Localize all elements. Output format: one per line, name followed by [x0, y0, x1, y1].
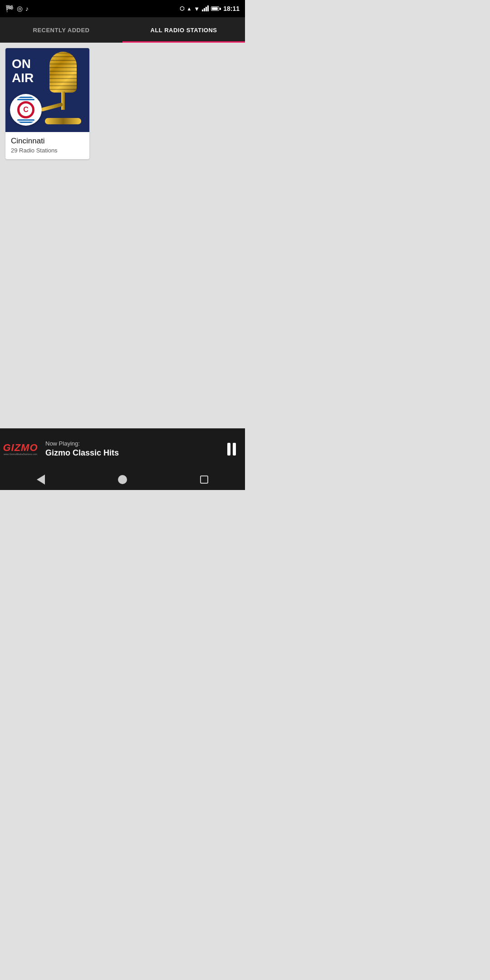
status-left-icons: 🏁 ◎ ♪	[5, 5, 29, 13]
app-icon-1: 🏁	[5, 5, 14, 13]
cast-icon: ⬡	[180, 5, 184, 12]
now-playing-bar[interactable]: GIZMO www.GizmoMediaStations.com Now Pla…	[0, 428, 245, 469]
gizmo-logo: GIZMO www.GizmoMediaStations.com	[4, 439, 37, 460]
np-info: Now Playing: Gizmo Classic Hits	[41, 440, 218, 458]
now-playing-title: Gizmo Classic Hits	[45, 448, 213, 458]
status-right-icons: ⬡ ▲ ▼ 18:11	[180, 5, 240, 13]
music-icon: ♪	[25, 5, 29, 12]
tab-all-radio-stations[interactable]: ALL RADIO STATIONS	[122, 17, 245, 43]
home-button[interactable]	[111, 469, 134, 490]
station-name: Cincinnati	[11, 137, 84, 146]
data-icon: ▲	[186, 6, 191, 11]
pause-button[interactable]	[218, 429, 245, 470]
microphone-icon	[40, 52, 86, 124]
gizmo-logo-subtext: www.GizmoMediaStations.com	[4, 453, 37, 456]
home-icon	[118, 475, 127, 484]
station-card-image: ONAIR	[5, 48, 89, 132]
camera-icon: ◎	[17, 5, 23, 13]
wifi-icon: ▼	[194, 5, 200, 12]
station-info: Cincinnati 29 Radio Stations	[5, 132, 89, 159]
tab-bar: RECENTLY ADDED ALL RADIO STATIONS	[0, 17, 245, 43]
now-playing-label: Now Playing:	[45, 440, 213, 447]
back-button[interactable]	[29, 469, 52, 490]
pause-icon	[227, 443, 236, 456]
recents-button[interactable]	[193, 469, 216, 490]
on-air-text: ONAIR	[12, 57, 34, 85]
status-time: 18:11	[223, 5, 240, 12]
recents-icon	[200, 475, 208, 484]
content-area: ONAIR	[0, 43, 245, 428]
signal-icon	[202, 5, 209, 13]
battery-icon	[211, 6, 221, 11]
status-bar: 🏁 ◎ ♪ ⬡ ▲ ▼ 18:11	[0, 0, 245, 17]
cincinnati-badge	[10, 94, 42, 126]
back-icon	[37, 475, 45, 485]
station-card-cincinnati[interactable]: ONAIR	[5, 48, 89, 159]
card-image-inner: ONAIR	[5, 48, 89, 132]
gizmo-logo-text: GIZMO	[3, 443, 38, 453]
tab-recently-added[interactable]: RECENTLY ADDED	[0, 17, 122, 43]
np-logo: GIZMO www.GizmoMediaStations.com	[0, 429, 41, 470]
bottom-nav	[0, 469, 245, 490]
station-count: 29 Radio Stations	[11, 147, 84, 154]
